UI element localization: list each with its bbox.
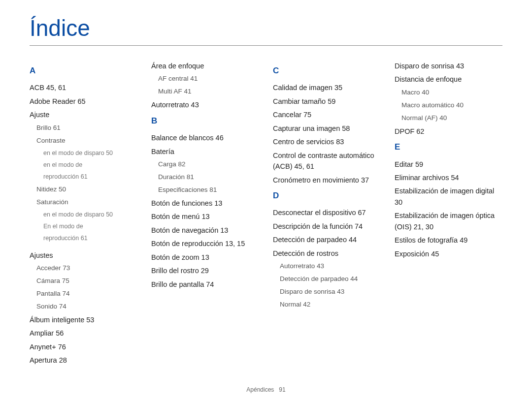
index-entry: Anynet+ 76 [30, 341, 137, 352]
index-subentry: Macro 40 [401, 88, 502, 98]
index-entry: Capturar una imagen 58 [273, 123, 381, 134]
index-entry: Autorretrato 43 [151, 99, 259, 110]
index-entry: Editar 59 [395, 159, 502, 170]
index-entry: Área de enfoque [151, 61, 259, 71]
index-subentry: Macro automático 40 [401, 100, 502, 111]
index-entry: Estabilización de imagen óptica (OIS) 21… [395, 210, 502, 232]
page-footer: Apéndices 91 [0, 386, 532, 393]
index-entry: Ampliar 56 [30, 328, 137, 339]
footer-section: Apéndices [246, 386, 274, 393]
index-col-2: Área de enfoqueAF central 41Multi AF 41A… [151, 61, 259, 369]
index-subentry: Acceder 73 [36, 263, 137, 274]
index-entry: Ajustes [30, 250, 137, 261]
index-entry: Estilos de fotografía 49 [395, 235, 502, 246]
index-subsubentry: en el modo de [43, 160, 137, 170]
index-entry: Cambiar tamaño 59 [273, 96, 381, 107]
index-entry: Descripción de la función 74 [273, 221, 381, 232]
spacer [30, 246, 137, 250]
index-entry: Batería [151, 146, 259, 157]
index-entry: ACB 45, 61 [30, 82, 137, 93]
index-subentry: Saturación [36, 197, 137, 208]
index-subentry: Detección de parpadeo 44 [280, 274, 381, 284]
index-entry: Calidad de imagen 35 [273, 82, 381, 93]
footer-page: 91 [279, 386, 285, 393]
index-subsubentry: en el modo de disparo 50 [43, 149, 137, 158]
index-subentry: Normal (AF) 40 [401, 113, 502, 123]
index-entry: Desconectar el dispositivo 67 [273, 207, 381, 218]
index-subsubentry: En el modo de [43, 222, 137, 231]
section-letter: E [395, 141, 502, 154]
index-columns: AACB 45, 61Adobe Reader 65AjusteBrillo 6… [30, 61, 502, 369]
index-entry: Botón de menú 13 [151, 211, 259, 222]
index-entry: Disparo de sonrisa 43 [395, 61, 502, 71]
index-subentry: Pantalla 74 [36, 289, 137, 299]
section-letter: B [151, 115, 259, 127]
index-subentry: Especificaciones 81 [158, 185, 259, 195]
index-subentry: Autorretrato 43 [280, 261, 381, 272]
index-entry: Brillo de pantalla 74 [151, 279, 259, 290]
page-title: Índice [30, 15, 502, 41]
index-subentry: Disparo de sonrisa 43 [280, 287, 381, 297]
index-col-3: CCalidad de imagen 35Cambiar tamaño 59Ca… [273, 61, 381, 369]
index-subsubentry: reproducción 61 [43, 172, 137, 182]
index-col-1: AACB 45, 61Adobe Reader 65AjusteBrillo 6… [30, 61, 137, 369]
index-subentry: Duración 81 [158, 172, 259, 183]
index-entry: Balance de blancos 46 [151, 132, 259, 143]
index-entry: Distancia de enfoque [395, 74, 502, 85]
index-entry: Estabilización de imagen digital 30 [395, 185, 502, 208]
index-entry: DPOF 62 [395, 126, 502, 137]
index-page: Índice AACB 45, 61Adobe Reader 65AjusteB… [0, 0, 532, 401]
index-subentry: AF central 41 [158, 74, 259, 84]
index-entry: Control de contraste automático (ACB) 45… [273, 150, 381, 172]
index-entry: Botón de navegación 13 [151, 225, 259, 236]
index-subentry: Multi AF 41 [158, 87, 259, 97]
index-subsubentry: reproducción 61 [43, 234, 137, 243]
index-subentry: Carga 82 [158, 159, 259, 170]
index-entry: Centro de servicios 83 [273, 136, 381, 147]
index-entry: Detección de rostros [273, 248, 381, 259]
index-entry: Álbum inteligente 53 [30, 314, 137, 325]
index-subentry: Sonido 74 [36, 302, 137, 312]
index-entry: Ajuste [30, 109, 137, 120]
index-subentry: Contraste [36, 136, 137, 146]
index-subentry: Cámara 75 [36, 276, 137, 286]
index-entry: Botón de funciones 13 [151, 198, 259, 209]
index-col-4: Disparo de sonrisa 43Distancia de enfoqu… [395, 61, 502, 369]
section-letter: D [273, 189, 381, 202]
title-rule [30, 45, 502, 46]
index-subsubentry: en el modo de disparo 50 [43, 210, 137, 219]
index-entry: Brillo del rostro 29 [151, 265, 259, 276]
index-entry: Cronómetro en movimiento 37 [273, 175, 381, 185]
index-entry: Eliminar archivos 54 [395, 172, 502, 183]
index-entry: Exposición 45 [395, 248, 502, 259]
index-entry: Botón de zoom 13 [151, 252, 259, 263]
index-subentry: Brillo 61 [36, 123, 137, 133]
index-entry: Botón de reproducción 13, 15 [151, 238, 259, 249]
index-entry: Detección de parpadeo 44 [273, 234, 381, 245]
index-subentry: Normal 42 [280, 300, 381, 310]
index-entry: Apertura 28 [30, 355, 137, 366]
section-letter: C [273, 64, 381, 77]
index-subentry: Nitidez 50 [36, 185, 137, 195]
section-letter: A [30, 64, 137, 77]
index-entry: Adobe Reader 65 [30, 96, 137, 107]
index-entry: Cancelar 75 [273, 109, 381, 120]
